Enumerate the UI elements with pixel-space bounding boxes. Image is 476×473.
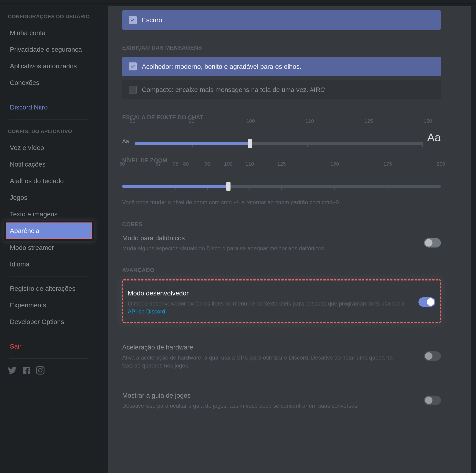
message-display-cozy[interactable]: Acolhedor: moderno, bonito e agradável p… (122, 57, 441, 76)
font-scale-slider-wrap: 8090100110125150 Aa Aa (122, 127, 441, 145)
developer-mode-title: Modo desenvolvedor (128, 289, 418, 298)
section-divider (122, 333, 441, 333)
sidebar-item-my-account[interactable]: Minha conta (6, 25, 92, 41)
settings-sidebar: CONFIGURAÇÕES DO USUÁRIO Minha conta Pri… (3, 6, 96, 473)
slider-tick-label: 150 (424, 118, 432, 125)
sidebar-item-experiments[interactable]: Experiments (6, 297, 92, 313)
sidebar-item-authorized-apps[interactable]: Aplicativos autorizados (6, 58, 92, 74)
cozy-option-label: Acolhedor: moderno, bonito e agradável p… (142, 62, 301, 71)
slider-tick-label: 100 (246, 118, 255, 125)
hardware-accel-desc: Ativa a aceleração de hardware, a qual u… (122, 354, 403, 369)
checkbox-icon (129, 16, 137, 24)
slider-tick-label: 200 (437, 161, 445, 168)
sidebar-divider (9, 358, 88, 359)
font-scale-preview-big: Aa (427, 130, 441, 145)
sidebar-item-keybinds[interactable]: Atalhos do teclado (6, 173, 92, 189)
sidebar-item-logout[interactable]: Sair (6, 338, 92, 355)
slider-tick (250, 185, 250, 190)
developer-mode-desc: O modo desenvolvedor expõe os itens no m… (128, 300, 408, 315)
font-scale-header: ESCALA DE FONTE DO CHAT (122, 114, 441, 121)
slider-tick (422, 142, 423, 147)
slider-tick (334, 185, 335, 190)
slider-tick-label: 67 (155, 161, 161, 168)
slider-tick-label: 90 (189, 118, 194, 125)
games-tab-title: Mostrar a guia de jogos (122, 391, 424, 400)
slider-thumb[interactable] (226, 182, 231, 191)
instagram-icon[interactable] (36, 366, 44, 375)
slider-tick-label: 125 (277, 161, 286, 168)
zoom-note: Você pode mudar o nível de zoom com cmd … (122, 198, 441, 206)
sidebar-divider (9, 276, 88, 277)
slider-tick (281, 185, 282, 190)
sidebar-item-voice-video[interactable]: Voz e vídeo (6, 139, 92, 156)
sidebar-social-row (8, 366, 90, 375)
colors-header: CORES (122, 220, 441, 228)
slider-tick-label: 125 (364, 118, 373, 125)
hardware-accel-title: Aceleração de hardware (122, 343, 424, 352)
sidebar-item-streamer[interactable]: Modo streamer (6, 239, 92, 256)
colorblind-mode-desc: Muda alguns aspectos visuais do Discord … (122, 245, 403, 252)
font-scale-preview-small: Aa (122, 137, 133, 145)
slider-thumb[interactable] (248, 139, 252, 148)
hardware-accel-toggle[interactable] (424, 351, 441, 361)
slider-tick-label: 110 (245, 161, 254, 168)
section-divider (122, 381, 441, 381)
slider-tick-label: 80 (183, 161, 189, 168)
discord-api-link[interactable]: API do Discord (128, 308, 165, 315)
sidebar-item-privacy[interactable]: Privacidade e segurança (6, 41, 92, 58)
sidebar-item-developer-options[interactable]: Developer Options (6, 313, 92, 330)
sidebar-divider (9, 334, 88, 334)
appearance-settings-content: Escuro EXIBIÇÃO DAS MENSAGENS Acolhedor:… (108, 6, 471, 473)
slider-tick (441, 185, 441, 190)
theme-option-dark-label: Escuro (142, 16, 162, 25)
colorblind-mode-title: Modo para daltônicos (122, 233, 424, 243)
facebook-icon[interactable] (22, 366, 30, 375)
compact-option-label: Compacto: encaixe mais mensagens na tela… (142, 85, 325, 94)
slider-tick-label: 90 (204, 161, 210, 168)
games-tab-desc: Desative isso para ocultar a guia de jog… (122, 402, 403, 410)
sidebar-item-language[interactable]: Idioma (6, 256, 92, 273)
sidebar-app-header: CONFIG. DO APLICATIVO (8, 128, 90, 135)
slider-tick (388, 185, 388, 190)
twitter-icon[interactable] (8, 366, 16, 375)
zoom-slider[interactable] (122, 185, 441, 188)
slider-tick (307, 142, 308, 147)
sidebar-item-nitro[interactable]: Discord Nitro (6, 99, 92, 115)
slider-tick-label: 175 (383, 161, 392, 168)
slider-tick-label: 100 (224, 161, 233, 168)
theme-option-dark[interactable]: Escuro (122, 10, 441, 30)
sidebar-item-connections[interactable]: Conexões (6, 74, 92, 91)
sidebar-user-header: CONFIGURAÇÕES DO USUÁRIO (8, 13, 90, 20)
developer-mode-section: Modo desenvolvedor O modo desenvolvedor … (122, 279, 441, 323)
message-display-compact[interactable]: Compacto: encaixe mais mensagens na tela… (122, 80, 441, 99)
zoom-slider-wrap: 5067758090100110125150175200 (122, 169, 441, 188)
message-display-header: EXIBIÇÃO DAS MENSAGENS (122, 44, 441, 52)
advanced-header: AVANÇADO (122, 266, 441, 274)
sidebar-divider (9, 95, 88, 95)
sidebar-item-changelog[interactable]: Registro de alterações (6, 280, 92, 297)
sidebar-item-text-images[interactable]: Texto e imagens (6, 206, 92, 222)
slider-tick-label: 75 (172, 161, 178, 168)
sidebar-item-appearance[interactable]: Aparência (6, 222, 92, 239)
window-header-strip (0, 0, 476, 3)
games-tab-row: Mostrar a guia de jogos Desative isso pa… (122, 391, 441, 410)
checkbox-icon (129, 86, 137, 94)
colorblind-mode-row: Modo para daltônicos Muda alguns aspecto… (122, 233, 441, 252)
slider-tick-label: 150 (330, 161, 339, 168)
font-scale-slider[interactable] (135, 142, 422, 145)
slider-tick-label: 110 (306, 118, 314, 125)
sidebar-item-notifications[interactable]: Notificações (6, 156, 92, 173)
sidebar-item-games[interactable]: Jogos (6, 189, 92, 206)
developer-mode-toggle[interactable] (418, 297, 435, 307)
slider-tick (365, 142, 365, 147)
colorblind-mode-toggle[interactable] (424, 238, 441, 247)
hardware-accel-row: Aceleração de hardware Ativa a aceleraçã… (122, 343, 441, 369)
checkbox-icon (129, 63, 137, 70)
slider-tick-label: 80 (130, 118, 135, 125)
slider-tick-label: 50 (119, 161, 125, 168)
games-tab-toggle[interactable] (424, 396, 441, 405)
